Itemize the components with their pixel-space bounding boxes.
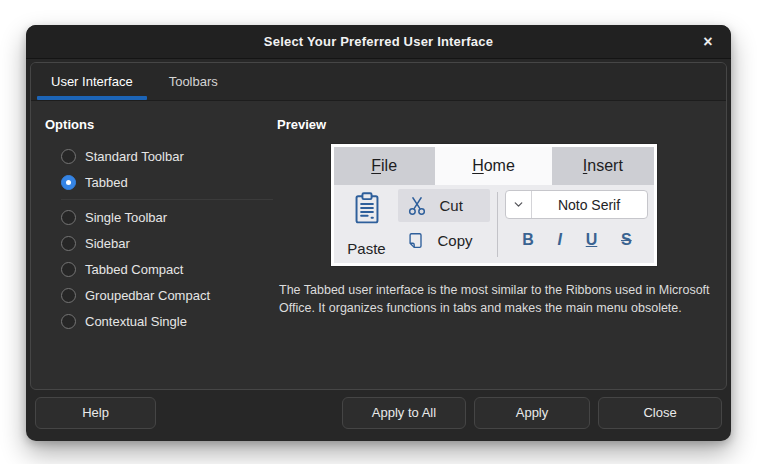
tab-label: Toolbars	[169, 74, 218, 89]
radio-label: Groupedbar Compact	[85, 288, 210, 303]
ribbon-tab-file: File	[334, 147, 435, 185]
ribbon-tab-row: File Home Insert	[334, 147, 654, 185]
radio-button	[61, 236, 76, 251]
dialog-titlebar: Select Your Preferred User Interface ×	[26, 25, 731, 59]
radio-label: Tabbed	[85, 175, 128, 190]
radio-option-sidebar[interactable]: Sidebar	[61, 230, 277, 256]
copy-label: Copy	[438, 232, 473, 249]
radio-label: Sidebar	[85, 236, 130, 251]
options-section: Options Standard Toolbar Tabbed Single T…	[45, 114, 277, 381]
font-name-dropdown: Noto Serif	[505, 190, 648, 219]
radio-button	[61, 175, 76, 190]
radio-button	[61, 262, 76, 277]
radio-label: Single Toolbar	[85, 210, 167, 225]
ribbon-divider	[497, 192, 498, 257]
copy-icon	[406, 230, 426, 252]
tab-user-interface[interactable]: User Interface	[33, 63, 151, 100]
bold-button-preview: B	[522, 231, 534, 249]
notebook-panel: User Interface Toolbars Options Standard…	[30, 62, 727, 390]
help-button[interactable]: Help	[35, 397, 156, 429]
radio-label: Contextual Single	[85, 314, 187, 329]
tab-toolbars[interactable]: Toolbars	[151, 63, 236, 100]
radio-button	[61, 210, 76, 225]
chevron-down-icon	[506, 191, 532, 218]
ribbon-tab-insert: Insert	[552, 147, 653, 185]
preview-section: Preview File Home Ins	[277, 114, 710, 381]
radio-option-groupedbar-compact[interactable]: Groupedbar Compact	[61, 282, 277, 308]
preview-image-wrap: File Home Insert	[277, 144, 710, 266]
radio-option-single-toolbar[interactable]: Single Toolbar	[61, 204, 277, 230]
paste-icon	[351, 191, 383, 225]
ribbon-tab-home: Home	[435, 147, 552, 185]
radio-button	[61, 288, 76, 303]
close-icon: ×	[703, 33, 712, 51]
cut-label: Cut	[440, 197, 463, 214]
dialog-title: Select Your Preferred User Interface	[264, 34, 493, 49]
options-header: Options	[45, 117, 277, 132]
radio-option-tabbed-compact[interactable]: Tabbed Compact	[61, 256, 277, 282]
cut-copy-group: Cut	[398, 187, 490, 259]
tab-label: User Interface	[51, 74, 133, 89]
font-group: Noto Serif B I U S	[505, 187, 650, 259]
apply-button[interactable]: Apply	[474, 397, 590, 429]
radio-option-tabbed[interactable]: Tabbed	[61, 169, 277, 195]
apply-to-all-button[interactable]: Apply to All	[342, 397, 466, 429]
underline-button-preview: U	[586, 231, 598, 249]
select-ui-dialog: Select Your Preferred User Interface × U…	[26, 25, 731, 441]
format-buttons-row: B I U S	[505, 219, 648, 259]
italic-button-preview: I	[558, 231, 562, 249]
paste-group: Paste	[336, 187, 398, 259]
dialog-tabstrip: User Interface Toolbars	[31, 63, 726, 101]
radio-option-standard-toolbar[interactable]: Standard Toolbar	[61, 143, 277, 169]
ribbon-body: Paste	[334, 185, 654, 263]
tab-content: Options Standard Toolbar Tabbed Single T…	[31, 101, 726, 389]
font-name-value: Noto Serif	[532, 197, 647, 213]
dialog-footer: Help Apply to All Apply Close	[26, 390, 731, 441]
strikethrough-button-preview: S	[621, 231, 632, 249]
radio-option-contextual-single[interactable]: Contextual Single	[61, 308, 277, 334]
preview-header: Preview	[277, 117, 710, 132]
close-dialog-button[interactable]: Close	[598, 397, 722, 429]
cut-button-preview: Cut	[398, 189, 490, 222]
close-button[interactable]: ×	[695, 29, 721, 55]
radio-label: Standard Toolbar	[85, 149, 184, 164]
ribbon-preview-image: File Home Insert	[331, 144, 657, 266]
paste-label: Paste	[347, 240, 385, 257]
cut-icon	[406, 195, 428, 217]
radio-button	[61, 149, 76, 164]
options-divider	[61, 199, 273, 200]
radio-label: Tabbed Compact	[85, 262, 183, 277]
radio-button	[61, 314, 76, 329]
desktop-background: Select Your Preferred User Interface × U…	[0, 0, 757, 464]
ui-description-text: The Tabbed user interface is the most si…	[279, 281, 710, 318]
copy-button-preview: Copy	[398, 224, 490, 257]
